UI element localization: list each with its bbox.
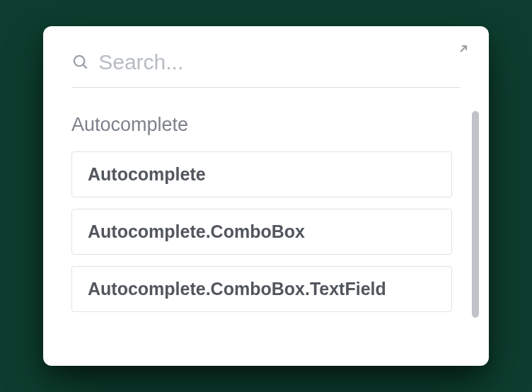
search-icon [71, 53, 88, 71]
result-item[interactable]: Autocomplete.ComboBox [71, 209, 452, 255]
result-item[interactable]: Autocomplete [71, 151, 452, 197]
scrollbar-thumb[interactable] [472, 111, 479, 318]
search-input[interactable] [98, 50, 461, 74]
scrollbar-track [472, 111, 479, 352]
search-row [71, 46, 461, 88]
results-area: Autocomplete Autocomplete Autocomplete.C… [71, 108, 469, 366]
section-heading: Autocomplete [71, 114, 452, 136]
search-panel: Autocomplete Autocomplete Autocomplete.C… [43, 26, 489, 366]
expand-icon[interactable] [456, 42, 470, 56]
svg-line-1 [83, 65, 87, 69]
result-item[interactable]: Autocomplete.ComboBox.TextField [71, 266, 452, 312]
svg-point-0 [74, 56, 85, 67]
panel-body: Autocomplete Autocomplete Autocomplete.C… [43, 26, 489, 366]
